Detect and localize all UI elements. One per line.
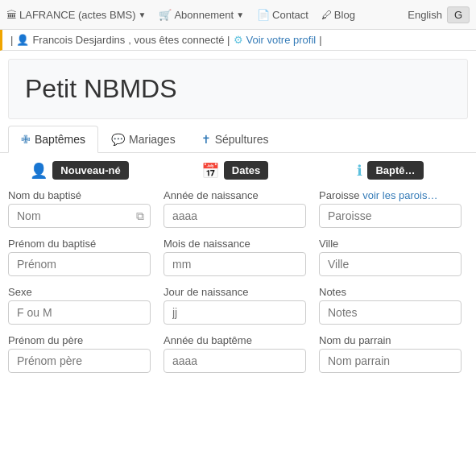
nom-parrain-input[interactable] [319,349,462,373]
dates-header: 📅 Dates [163,161,306,180]
label-prenom: Prénom du baptisé [8,238,151,250]
english-link[interactable]: English [408,9,442,21]
abonnement-link[interactable]: 🛒 Abonnement ▼ [159,9,244,21]
form-group-mois-naissance: Mois de naissance [163,238,306,276]
label-ville: Ville [319,238,462,250]
voir-paroisses-link[interactable]: voir les parois… [362,189,437,201]
userbar: | 👤 Francois Desjardins , vous êtes conn… [0,30,476,51]
col-nouveau-ne: 👤 Nouveau-né Nom du baptisé ⧉ Prénom du … [8,161,157,383]
form-columns: 👤 Nouveau-né Nom du baptisé ⧉ Prénom du … [8,161,468,383]
nouveau-ne-header: 👤 Nouveau-né [8,161,151,180]
g-button[interactable]: G [447,6,470,23]
gear-icon: ⚙ [234,34,243,46]
form-group-prenom-pere: Prénom du père [8,334,151,373]
pipe-right: | [319,34,321,46]
col-dates: 📅 Dates Année de naissance Mois de naiss… [157,161,313,383]
nouveau-ne-person-icon: 👤 [30,162,48,180]
label-nom: Nom du baptisé [8,189,151,201]
form-group-notes: Notes [319,286,462,325]
pipe-left: | [10,34,13,46]
paroisse-label-text: Paroisse [319,189,360,201]
notes-input[interactable] [319,300,462,325]
label-annee-bapteme: Année du baptême [163,334,306,346]
connected-text: , vous êtes connecté | [128,34,230,46]
form-group-ville: Ville [319,238,462,276]
label-jour-naissance: Jour de naissance [163,286,306,298]
annee-bapteme-input[interactable] [163,349,306,373]
ville-input[interactable] [319,252,462,276]
label-annee-naissance: Année de naissance [163,189,306,201]
navbar: 🏛 LAFRANCE (actes BMS) ▼ 🛒 Abonnement ▼ … [0,0,476,30]
mois-naissance-input[interactable] [163,252,306,276]
tab-sepultures[interactable]: ✝ Sépultures [188,126,282,152]
prenom-pere-input[interactable] [8,349,151,373]
cart-icon: 🛒 [159,9,172,21]
form-group-jour-naissance: Jour de naissance [163,286,306,325]
page-title-box: Petit NBMDS [8,59,468,119]
blog-link[interactable]: 🖊 Blog [321,9,355,21]
prenom-input[interactable] [8,252,151,276]
voir-profil-link[interactable]: Voir votre profil [246,34,317,46]
abonnement-caret: ▼ [236,10,244,19]
label-prenom-pere: Prénom du père [8,334,151,346]
brand-caret: ▼ [138,10,146,19]
user-icon: 👤 [16,34,29,46]
form-group-nom: Nom du baptisé ⧉ [8,189,151,228]
brand-label: LAFRANCE (actes BMS) [19,9,135,21]
form-group-annee-bapteme: Année du baptême [163,334,306,373]
bapteme-header: ℹ Baptê… [319,161,462,180]
jour-naissance-input[interactable] [163,300,306,325]
annee-naissance-input[interactable] [163,204,306,228]
contact-label: Contact [272,9,308,21]
nom-copy-icon[interactable]: ⧉ [136,209,144,223]
form-group-nom-parrain: Nom du parrain [319,334,462,373]
bapteme-info-icon: ℹ [357,162,362,180]
label-sexe: Sexe [8,286,151,298]
col-bapteme: ℹ Baptê… Paroisse voir les parois… Ville… [313,161,468,383]
label-notes: Notes [319,286,462,298]
baptemes-label: Baptêmes [35,133,85,146]
mariages-icon: 💬 [111,133,125,146]
username: Francois Desjardins [32,34,125,46]
label-paroisse: Paroisse voir les parois… [319,189,462,201]
blog-icon: 🖊 [321,9,332,21]
tab-baptemes[interactable]: ✙ Baptêmes [8,126,98,153]
nom-input-wrapper: ⧉ [8,204,151,228]
form-group-annee-naissance: Année de naissance [163,189,306,228]
bapteme-badge: Baptê… [367,161,423,180]
sepultures-icon: ✝ [201,133,211,146]
sexe-input[interactable] [8,300,151,325]
contact-link[interactable]: 📄 Contact [257,9,308,21]
nom-input[interactable] [8,204,151,228]
building-icon: 🏛 [6,9,17,21]
dates-calendar-icon: 📅 [201,162,219,180]
label-mois-naissance: Mois de naissance [163,238,306,250]
tab-mariages[interactable]: 💬 Mariages [98,126,188,152]
page-title: Petit NBMDS [25,74,451,104]
tab-bar: ✙ Baptêmes 💬 Mariages ✝ Sépultures [0,126,476,153]
form-area: 👤 Nouveau-né Nom du baptisé ⧉ Prénom du … [0,161,476,383]
dates-badge: Dates [224,161,268,180]
paroisse-input[interactable] [319,204,462,228]
label-nom-parrain: Nom du parrain [319,334,462,346]
form-group-sexe: Sexe [8,286,151,325]
sepultures-label: Sépultures [215,133,269,146]
form-group-prenom: Prénom du baptisé [8,238,151,276]
mariages-label: Mariages [129,133,176,146]
nouveau-ne-badge: Nouveau-né [52,161,128,180]
profil-label: votre profil [267,34,317,46]
blog-label: Blog [334,9,355,21]
abonnement-label: Abonnement [174,9,234,21]
voir-label: Voir [246,34,264,46]
contact-icon: 📄 [257,9,270,21]
brand-link[interactable]: 🏛 LAFRANCE (actes BMS) ▼ [6,9,146,21]
baptemes-icon: ✙ [21,133,31,146]
form-group-paroisse: Paroisse voir les parois… [319,189,462,228]
